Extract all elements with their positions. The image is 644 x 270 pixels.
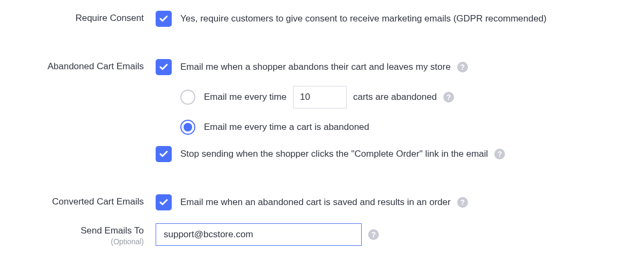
send-emails-to-label: Send Emails To (80, 225, 144, 236)
carts-count-input[interactable] (293, 86, 347, 108)
stop-sending-text: Stop sending when the shopper clicks the… (180, 149, 488, 159)
help-icon[interactable]: ? (494, 149, 505, 159)
abandoned-cart-main-text: Email me when a shopper abandons their c… (180, 62, 451, 72)
send-emails-to-row: Send Emails To (Optional) ? (0, 223, 644, 246)
abandoned-cart-checkbox[interactable] (156, 59, 172, 75)
check-icon (159, 62, 169, 72)
radio-a-pre-text: Email me every time (204, 92, 287, 103)
require-consent-row: Require Consent Yes, require customers t… (0, 11, 644, 27)
check-icon (159, 14, 169, 24)
send-emails-to-input[interactable] (156, 223, 362, 246)
help-icon[interactable]: ? (457, 197, 468, 208)
radio-dot-icon (184, 123, 192, 132)
radio-every-cart[interactable] (180, 120, 195, 135)
converted-cart-text: Email me when an abandoned cart is saved… (180, 197, 451, 208)
abandoned-cart-row: Abandoned Cart Emails Email me when a sh… (0, 59, 644, 162)
stop-sending-checkbox[interactable] (156, 146, 172, 162)
check-icon (159, 149, 169, 159)
send-emails-to-label-col: Send Emails To (Optional) (0, 223, 156, 246)
radio-b-text: Email me every time a cart is abandoned (204, 122, 369, 133)
radio-a-post-text: carts are abandoned (353, 92, 437, 103)
converted-cart-row: Converted Cart Emails Email me when an a… (0, 194, 644, 210)
abandoned-cart-label: Abandoned Cart Emails (0, 59, 156, 72)
send-emails-to-content: ? (156, 223, 644, 246)
require-consent-label: Require Consent (0, 11, 156, 24)
optional-label: (Optional) (0, 237, 144, 246)
help-icon[interactable]: ? (443, 92, 454, 103)
require-consent-checkbox[interactable] (156, 11, 172, 27)
converted-cart-label: Converted Cart Emails (0, 194, 156, 207)
abandoned-cart-content: Email me when a shopper abandons their c… (156, 59, 644, 162)
help-icon[interactable]: ? (457, 62, 468, 72)
radio-every-n-carts[interactable] (180, 90, 195, 105)
require-consent-text: Yes, require customers to give consent t… (180, 13, 547, 24)
converted-cart-content: Email me when an abandoned cart is saved… (156, 194, 644, 210)
help-icon[interactable]: ? (368, 229, 379, 240)
converted-cart-checkbox[interactable] (156, 194, 172, 210)
require-consent-content: Yes, require customers to give consent t… (156, 11, 644, 27)
check-icon (159, 198, 169, 207)
